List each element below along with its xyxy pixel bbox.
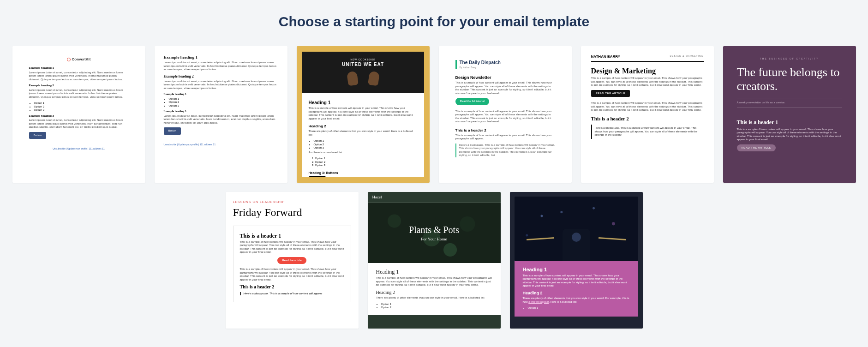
template-grid: ConvertKit Example heading 1 Lorem ipsum… xyxy=(0,46,868,329)
heading: Example heading 2 xyxy=(164,74,278,79)
option-list: Option 1Option 2Option 3 xyxy=(34,102,129,112)
heading: This is a header 1 xyxy=(240,233,344,239)
masthead: The Daily Dispatch By Nathan Barry xyxy=(455,60,555,69)
sample-link: a link will appear xyxy=(528,300,549,303)
heading: Example heading 1 xyxy=(164,55,278,60)
heading: Example heading 3 xyxy=(164,110,278,114)
blockquote: Here's a blockquote. This is a sample of… xyxy=(240,292,344,296)
button: READ THE ARTICLE xyxy=(591,90,630,97)
subtitle: A weekly newsletter on life as a creator… xyxy=(737,98,842,108)
heading: Heading 2 xyxy=(309,124,418,129)
heading: Heading 3: Buttons xyxy=(309,171,418,175)
blockquote: Here's a blockquote. This is a sample of… xyxy=(591,125,704,139)
kicker: THE BUSINESS OF CREATIVITY xyxy=(737,57,842,60)
heading: Heading 1 xyxy=(309,100,418,106)
button: Read the article xyxy=(277,257,306,264)
template-card-creators[interactable]: THE BUSINESS OF CREATIVITY The future be… xyxy=(723,46,856,183)
template-card-nathan[interactable]: NATHAN BARRY DESIGN & MARKETING Design &… xyxy=(581,46,714,183)
button: Button xyxy=(309,176,326,178)
template-card-united[interactable]: NEW COOKBOOK UNITED WE EAT Heading 1 Thi… xyxy=(297,46,430,183)
heading: Design Newsletter xyxy=(455,75,555,80)
button: Button xyxy=(29,132,46,139)
convertkit-logo: ConvertKit xyxy=(29,57,129,62)
hero-image: Plants & Pots For Your Home xyxy=(368,203,501,263)
template-card-text[interactable]: Example heading 1 Lorem ipsum dolor sit … xyxy=(155,46,287,183)
hero-image xyxy=(307,72,419,85)
heading: Heading 2 xyxy=(523,291,630,296)
paragraph: Lorem ipsum dolor sit amet, consectetur … xyxy=(164,80,278,90)
paragraph: Lorem ipsum dolor sit amet, consectetur … xyxy=(29,89,129,99)
hero: NEW COOKBOOK UNITED WE EAT xyxy=(302,52,424,93)
heading: Example heading 1 xyxy=(29,66,129,70)
hero-image xyxy=(515,197,638,261)
kicker: LESSONS ON LEADERSHIP xyxy=(233,200,351,204)
blockquote: Here's a blockquote. This is a sample of… xyxy=(455,144,555,157)
template-card-hazel[interactable]: Hazel Plants & Pots For Your Home Headin… xyxy=(368,192,501,329)
heading: Heading 1 xyxy=(376,269,492,275)
header-bar: NATHAN BARRY DESIGN & MARKETING xyxy=(591,54,704,62)
heading: This is a header 2 xyxy=(455,128,555,133)
page-title: Choose a starting point for your email t… xyxy=(0,14,868,30)
paragraph: Lorem ipsum dolor sit amet, consectetur … xyxy=(164,61,278,72)
paragraph: Lorem ipsum dolor sit amet, consectetur … xyxy=(29,119,129,129)
heading: This is a header 2 xyxy=(591,116,704,122)
heading: Heading 2 xyxy=(376,290,492,296)
template-card-friday-forward[interactable]: LESSONS ON LEADERSHIP Friday Forward Thi… xyxy=(226,192,359,329)
heading: Example heading 3 xyxy=(29,114,129,118)
heading: Design & Marketing xyxy=(591,66,704,76)
template-card-daily-dispatch[interactable]: The Daily Dispatch By Nathan Barry Desig… xyxy=(439,46,572,183)
button: Read the full tutorial xyxy=(455,98,489,105)
footer-links: Unsubscribe | Update your profile | 111 … xyxy=(29,147,129,150)
template-card-classic[interactable]: ConvertKit Example heading 1 Lorem ipsum… xyxy=(12,46,145,183)
heading: This is a header 1 xyxy=(737,119,842,126)
paragraph: Lorem ipsum dolor sit amet, consectetur … xyxy=(164,114,278,125)
heading: Heading 1 xyxy=(523,267,630,273)
heading: Example heading 3 xyxy=(164,93,278,96)
paragraph: Lorem ipsum dolor sit amet, consectetur … xyxy=(29,71,129,82)
footer-links: Unsubscribe | Update your profile | 111 … xyxy=(164,143,278,146)
paragraph: There are plenty of other elements that … xyxy=(523,297,630,304)
template-card-band[interactable]: Heading 1 This is a sample of how conten… xyxy=(510,192,643,329)
option-list: Option 1Option 2Option 3 xyxy=(169,97,278,108)
hero-title: The future belongs to creators. xyxy=(737,66,842,93)
heading: This is a header 2 xyxy=(240,284,344,290)
heading: Example heading 2 xyxy=(29,84,129,88)
button: READ THE ARTICLE xyxy=(737,144,776,152)
hero-title: Friday Forward xyxy=(233,205,351,219)
button: Button xyxy=(164,127,181,135)
brand: Hazel xyxy=(368,192,501,203)
